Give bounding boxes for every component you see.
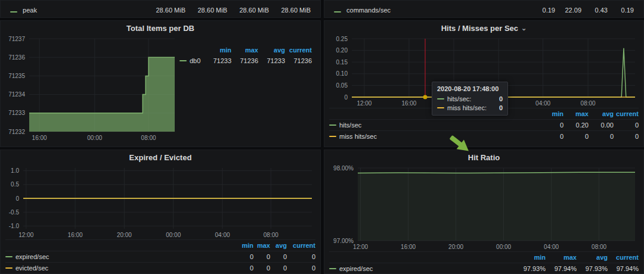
series-color-swatch bbox=[334, 11, 341, 13]
svg-text:1.0: 1.0 bbox=[11, 167, 19, 174]
legend-header-avg[interactable]: avg bbox=[589, 110, 614, 117]
svg-text:08:00: 08:00 bbox=[581, 100, 596, 107]
legend-header-current[interactable]: current bbox=[287, 242, 315, 249]
legend-value: 28.60 MiB bbox=[227, 7, 269, 14]
legend-value: 97.93% bbox=[515, 265, 546, 272]
legend-value: 71233 bbox=[205, 57, 231, 64]
svg-text:0: 0 bbox=[344, 94, 348, 101]
legend-value: 0 bbox=[589, 133, 614, 140]
svg-text:71237: 71237 bbox=[8, 36, 25, 42]
series-color-swatch bbox=[329, 124, 336, 126]
expired-evicted-chart[interactable]: 1.00.50-0.5-1.012:0016:0020:0000:0004:00… bbox=[5, 164, 317, 239]
svg-text:08:00: 08:00 bbox=[141, 135, 156, 141]
legend: min max avg current db0 71233 71236 7123… bbox=[179, 35, 315, 143]
legend-row: hits/sec 0 0.20 0.00 0 bbox=[329, 119, 639, 130]
graph-tooltip: 2020-08-20 17:48:00 hits/sec: 0 miss hit… bbox=[432, 82, 508, 116]
legend-value: 28.60 MiB bbox=[185, 7, 227, 14]
total-items-chart[interactable]: 71232712337123471235712367123716:0000:00… bbox=[5, 35, 179, 142]
svg-text:-1.0: -1.0 bbox=[9, 223, 20, 229]
svg-text:71236: 71236 bbox=[8, 54, 25, 61]
panel-total-items-per-db: Total Items per DB 712327123371234712357… bbox=[0, 20, 321, 147]
svg-text:00:00: 00:00 bbox=[166, 232, 181, 238]
series-color-swatch bbox=[10, 11, 17, 13]
svg-text:16:00: 16:00 bbox=[68, 232, 83, 238]
legend-item-evicted-sec[interactable]: evicted/sec bbox=[5, 264, 237, 272]
series-color-swatch bbox=[5, 256, 13, 257]
legend-value: 0.20 bbox=[564, 122, 589, 129]
tooltip-timestamp: 2020-08-20 17:48:00 bbox=[437, 85, 503, 92]
legend-value: 0 bbox=[287, 264, 315, 272]
legend-header-max[interactable]: max bbox=[546, 254, 577, 261]
legend-item-db0[interactable]: db0 bbox=[179, 57, 205, 64]
svg-text:12:00: 12:00 bbox=[18, 232, 33, 238]
panel-title[interactable]: Hits / Misses per Sec ⌄ bbox=[324, 21, 643, 35]
legend: min max avg current expired/sec 97.93% 9… bbox=[329, 251, 639, 274]
panel-title[interactable]: Hit Ratio bbox=[324, 150, 643, 164]
legend-row: expired/sec 0 0 0 0 bbox=[5, 251, 315, 262]
svg-text:20:00: 20:00 bbox=[117, 232, 132, 238]
svg-text:20:00: 20:00 bbox=[448, 244, 463, 250]
series-color-swatch bbox=[329, 268, 336, 269]
svg-text:00:00: 00:00 bbox=[496, 244, 511, 250]
legend-item-peak[interactable]: peak bbox=[10, 7, 37, 14]
svg-text:0.25: 0.25 bbox=[336, 36, 348, 42]
legend-value: 97.94% bbox=[608, 265, 639, 272]
svg-text:0: 0 bbox=[16, 195, 19, 202]
panel-commands-cropped: commands/sec 0.19 22.09 0.43 0.19 bbox=[324, 0, 644, 18]
tooltip-series-value: 0 bbox=[493, 104, 503, 111]
chevron-down-icon: ⌄ bbox=[521, 24, 527, 32]
legend-header-max[interactable]: max bbox=[231, 46, 258, 54]
legend-item-miss-hits-sec[interactable]: miss hits/sec bbox=[329, 133, 538, 140]
legend-value: 0 bbox=[270, 253, 287, 260]
legend-value: 0.19 bbox=[608, 7, 634, 14]
legend-header-min[interactable]: min bbox=[538, 110, 564, 117]
legend-item-expired-sec[interactable]: expired/sec bbox=[329, 265, 515, 272]
panel-title[interactable]: Total Items per DB bbox=[1, 21, 320, 35]
legend-row: expired/sec 97.93% 97.94% 97.93% 97.94% bbox=[329, 263, 639, 274]
legend-header-min[interactable]: min bbox=[237, 242, 253, 249]
legend-value: 22.09 bbox=[555, 7, 581, 14]
svg-text:0.10: 0.10 bbox=[336, 70, 348, 77]
legend: min max avg current expired/sec 0 0 0 0 bbox=[5, 239, 315, 273]
svg-text:12:00: 12:00 bbox=[353, 244, 368, 250]
legend-header-min[interactable]: min bbox=[515, 254, 546, 261]
legend-header-max[interactable]: max bbox=[564, 110, 589, 117]
hit-ratio-chart[interactable]: 97.00%98.00%12:0016:0020:0000:0004:0008:… bbox=[329, 164, 640, 251]
svg-text:12:00: 12:00 bbox=[357, 100, 371, 107]
series-color-swatch bbox=[329, 136, 336, 137]
legend-value: 0 bbox=[270, 264, 287, 272]
legend-header-avg[interactable]: avg bbox=[270, 242, 287, 249]
legend-item-commands[interactable]: commands/sec bbox=[334, 7, 391, 14]
panel-hit-ratio: Hit Ratio 97.00%98.00%12:0016:0020:0000:… bbox=[324, 150, 644, 274]
legend-header-avg[interactable]: avg bbox=[258, 46, 285, 54]
svg-text:08:00: 08:00 bbox=[264, 232, 278, 238]
svg-text:71235: 71235 bbox=[8, 73, 25, 79]
grafana-dashboard: peak 28.60 MiB 28.60 MiB 28.60 MiB 28.60… bbox=[0, 0, 644, 274]
svg-text:0.05: 0.05 bbox=[336, 82, 348, 89]
series-color-swatch bbox=[437, 98, 444, 99]
legend-item-expired-sec[interactable]: expired/sec bbox=[5, 253, 237, 260]
svg-text:97.00%: 97.00% bbox=[333, 238, 354, 244]
legend-value: 0 bbox=[287, 253, 315, 260]
panel-peak-cropped: peak 28.60 MiB 28.60 MiB 28.60 MiB 28.60… bbox=[0, 0, 321, 18]
svg-text:0.5: 0.5 bbox=[11, 181, 19, 188]
legend-value: 97.94% bbox=[546, 265, 577, 272]
svg-text:71233: 71233 bbox=[8, 110, 25, 116]
legend-header-current[interactable]: current bbox=[285, 46, 312, 54]
arrow-annotation bbox=[446, 133, 478, 162]
legend-header-min[interactable]: min bbox=[205, 46, 231, 54]
svg-text:16:00: 16:00 bbox=[401, 100, 416, 107]
tooltip-series-label: miss hits/sec: bbox=[447, 104, 487, 111]
legend-header-current[interactable]: current bbox=[614, 110, 639, 117]
legend-value: 71236 bbox=[285, 57, 312, 64]
series-color-swatch bbox=[5, 267, 13, 269]
series-color-swatch bbox=[437, 107, 444, 108]
legend-header-avg[interactable]: avg bbox=[577, 254, 608, 261]
legend-header-current[interactable]: current bbox=[608, 254, 639, 261]
legend-item-hits-sec[interactable]: hits/sec bbox=[329, 122, 538, 129]
panel-title[interactable]: Expired / Evicted bbox=[1, 150, 320, 164]
series-label: commands/sec bbox=[346, 7, 391, 14]
legend-value: 71236 bbox=[231, 57, 258, 64]
legend-value: 0 bbox=[614, 133, 639, 140]
legend-header-max[interactable]: max bbox=[253, 242, 270, 249]
